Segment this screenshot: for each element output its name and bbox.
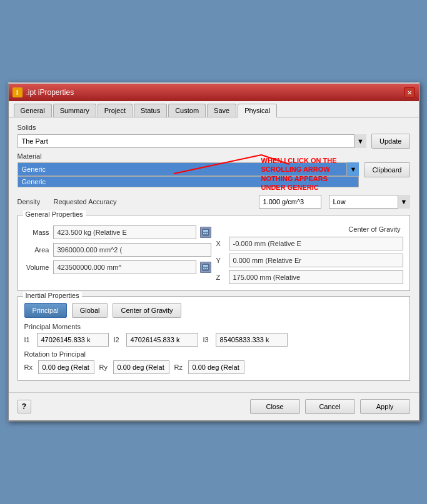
ry-label: Ry bbox=[99, 363, 111, 371]
area-value: 3960000.000 mm^2 ( bbox=[53, 243, 211, 257]
rz-value: 0.00 deg (Relat bbox=[188, 360, 244, 374]
cog-y-row: Y 0.000 mm (Relative Er bbox=[216, 254, 403, 267]
area-row: Area 3960000.000 mm^2 ( bbox=[24, 243, 211, 257]
rotation-row: Rx 0.00 deg (Relat Ry 0.00 deg (Relat Rz… bbox=[24, 360, 403, 374]
solids-row: The Part ▼ Update bbox=[18, 134, 410, 149]
title-bar-left: I .ipt iProperties bbox=[13, 87, 74, 97]
inertial-properties-label: Inertial Properties bbox=[23, 292, 82, 299]
cog-y-value: 0.000 mm (Relative Er bbox=[229, 254, 403, 267]
accuracy-dropdown-arrow[interactable]: ▼ bbox=[398, 195, 410, 209]
density-value: 1.000 g/cm^3 bbox=[259, 195, 321, 209]
area-label: Area bbox=[24, 246, 49, 254]
principal-moments-label: Principal Moments bbox=[24, 323, 403, 330]
tab-physical[interactable]: Physical bbox=[238, 104, 277, 117]
inertial-properties-group: Inertial Properties Principal Global Cen… bbox=[18, 296, 410, 381]
close-button[interactable]: Close bbox=[250, 399, 300, 414]
inertial-buttons: Principal Global Center of Gravity bbox=[24, 303, 403, 318]
rz-item: Rz 0.00 deg (Relat bbox=[174, 360, 244, 374]
moments-row: I1 47026145.833 k I2 47026145.833 k I3 8… bbox=[24, 333, 403, 347]
svg-rect-10 bbox=[205, 268, 206, 269]
solids-dropdown-arrow[interactable]: ▼ bbox=[354, 134, 366, 148]
i3-label: I3 bbox=[203, 336, 213, 343]
title-bar: I .ipt iProperties ✕ bbox=[9, 84, 419, 101]
window-title: .ipt iProperties bbox=[26, 88, 74, 97]
annotation-container: WHEN I CLICK ON THE SCROLLING ARROW NOTH… bbox=[261, 156, 337, 192]
mass-value: 423.500 kg (Relative E bbox=[53, 225, 196, 239]
rx-label: Rx bbox=[24, 363, 36, 371]
rx-value: 0.00 deg (Relat bbox=[38, 360, 94, 374]
cog-x-row: X -0.000 mm (Relative E bbox=[216, 237, 403, 250]
i1-item: I1 47026145.833 k bbox=[24, 333, 109, 347]
main-window: I .ipt iProperties ✕ General Summary Pro… bbox=[8, 82, 420, 422]
rotation-label: Rotation to Principal bbox=[24, 350, 403, 358]
cog-z-value: 175.000 mm (Relative bbox=[229, 270, 403, 284]
global-button[interactable]: Global bbox=[72, 303, 108, 318]
ry-value: 0.00 deg (Relat bbox=[113, 360, 169, 374]
i2-value: 47026145.833 k bbox=[126, 333, 198, 347]
cog-header: Center of Gravity bbox=[216, 225, 401, 233]
svg-rect-9 bbox=[203, 268, 204, 269]
app-icon: I bbox=[13, 87, 23, 97]
rz-label: Rz bbox=[174, 363, 186, 371]
mass-row: Mass 423.500 kg (Relative E bbox=[24, 225, 211, 239]
solids-label: Solids bbox=[18, 124, 410, 131]
requested-accuracy-label: Requested Accuracy bbox=[54, 198, 129, 205]
cog-x-label: X bbox=[216, 240, 225, 247]
general-props-layout: Mass 423.500 kg (Relative E Area 3960000… bbox=[24, 225, 403, 284]
tab-custom[interactable]: Custom bbox=[168, 104, 206, 117]
tab-project[interactable]: Project bbox=[98, 104, 133, 117]
density-label: Density bbox=[18, 198, 49, 205]
tabs-bar: General Summary Project Status Custom Sa… bbox=[9, 101, 419, 117]
mass-calc-icon[interactable] bbox=[200, 227, 211, 238]
close-window-button[interactable]: ✕ bbox=[404, 87, 415, 97]
volume-label: Volume bbox=[24, 264, 49, 271]
annotation-text: WHEN I CLICK ON THE SCROLLING ARROW NOTH… bbox=[261, 157, 337, 191]
i2-item: I2 47026145.833 k bbox=[114, 333, 198, 347]
svg-rect-6 bbox=[207, 233, 208, 234]
apply-button[interactable]: Apply bbox=[360, 399, 410, 414]
accuracy-dropdown-container: Low ▼ bbox=[329, 195, 410, 209]
cancel-button[interactable]: Cancel bbox=[305, 399, 355, 414]
density-row: Density Requested Accuracy 1.000 g/cm^3 … bbox=[18, 195, 410, 209]
center-of-gravity-button[interactable]: Center of Gravity bbox=[113, 303, 181, 318]
cog-y-label: Y bbox=[216, 257, 225, 264]
cog-section: Center of Gravity X -0.000 mm (Relative … bbox=[216, 225, 403, 284]
i2-label: I2 bbox=[114, 336, 124, 343]
tab-summary[interactable]: Summary bbox=[53, 104, 96, 117]
tab-content: Solids The Part ▼ Update Material Generi… bbox=[9, 117, 419, 392]
material-label: Material bbox=[18, 152, 410, 160]
update-button[interactable]: Update bbox=[371, 134, 409, 149]
mass-label: Mass bbox=[24, 229, 49, 236]
i3-value: 85405833.333 k bbox=[216, 333, 288, 347]
left-props: Mass 423.500 kg (Relative E Area 3960000… bbox=[24, 225, 211, 284]
title-bar-controls: ✕ bbox=[404, 87, 415, 97]
footer: ? Close Cancel Apply bbox=[9, 392, 419, 420]
clipboard-button[interactable]: Clipboard bbox=[364, 162, 409, 177]
tab-general[interactable]: General bbox=[14, 104, 52, 117]
general-properties-group: General Properties Mass 423.500 kg (Rela… bbox=[18, 215, 410, 291]
principal-button[interactable]: Principal bbox=[24, 303, 67, 318]
cog-x-value: -0.000 mm (Relative E bbox=[229, 237, 403, 250]
svg-rect-11 bbox=[207, 268, 208, 269]
footer-left: ? bbox=[18, 400, 31, 413]
i1-label: I1 bbox=[24, 336, 34, 343]
svg-rect-8 bbox=[203, 265, 208, 267]
cog-z-label: Z bbox=[216, 274, 225, 281]
solids-dropdown-value[interactable]: The Part bbox=[18, 134, 367, 148]
volume-value: 423500000.000 mm^ bbox=[53, 260, 196, 274]
i3-item: I3 85405833.333 k bbox=[203, 333, 288, 347]
ry-item: Ry 0.00 deg (Relat bbox=[99, 360, 169, 374]
volume-row: Volume 423500000.000 mm^ bbox=[24, 260, 211, 274]
tab-save[interactable]: Save bbox=[207, 104, 236, 117]
cog-z-row: Z 175.000 mm (Relative bbox=[216, 270, 403, 284]
general-properties-label: General Properties bbox=[23, 210, 86, 218]
tab-status[interactable]: Status bbox=[134, 104, 167, 117]
i1-value: 47026145.833 k bbox=[37, 333, 109, 347]
help-button[interactable]: ? bbox=[18, 400, 31, 413]
svg-rect-4 bbox=[203, 233, 204, 234]
material-dropdown-arrow[interactable]: ▼ bbox=[346, 162, 359, 176]
volume-calc-icon[interactable] bbox=[200, 262, 211, 273]
svg-rect-3 bbox=[203, 230, 208, 232]
svg-rect-5 bbox=[205, 233, 206, 234]
rx-item: Rx 0.00 deg (Relat bbox=[24, 360, 94, 374]
